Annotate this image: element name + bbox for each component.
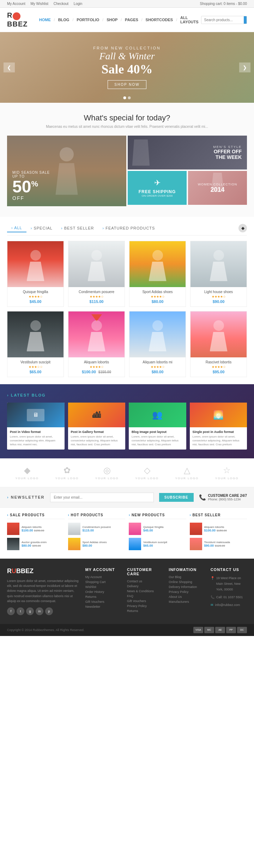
footer-link-shopping[interactable]: Online Shopping: [169, 580, 205, 584]
my-wishlist-link[interactable]: My Wishlist: [30, 2, 48, 6]
footer-link-giftvouchers[interactable]: Gift Vouchers: [127, 599, 163, 603]
checkout-link[interactable]: Checkout: [54, 2, 68, 6]
googleplus-icon[interactable]: g: [26, 607, 34, 615]
product-name-6: Aliquam lobortis: [71, 360, 122, 364]
promo-women-collection[interactable]: WOMEN COLLECTION 2014: [188, 171, 247, 205]
blog-section-title: LATEST BLOG: [7, 393, 247, 397]
nav-layouts[interactable]: ALL LAYOUTS: [178, 14, 201, 25]
footer-link-contact[interactable]: Contact us: [127, 579, 163, 583]
cart-info[interactable]: Shopping cart: 0 items - $0.00: [200, 2, 247, 6]
footer-link-myaccount[interactable]: My Account: [85, 575, 122, 579]
footer-link-care-returns[interactable]: Returns: [127, 609, 163, 613]
newsletter-email-input[interactable]: [50, 493, 154, 502]
hero-shop-now-button[interactable]: SHOP NOW: [108, 80, 146, 89]
nav-blog[interactable]: BLOG: [56, 16, 72, 23]
footer-care-col: CUSTOMER CARE Contact us Delivery News &…: [127, 567, 163, 615]
product-card-3[interactable]: Sport Adidas shoes ★★★★☆ $80.00: [129, 241, 186, 307]
product-card-5[interactable]: Vestibulum suscipit ★★★☆☆ $65.00: [7, 311, 64, 377]
nav-shortcodes[interactable]: SHORTCODES: [143, 16, 176, 23]
footer-bestseller-item-1[interactable]: Aliquam lobortis $100.00$150.00: [190, 523, 247, 535]
my-account-link[interactable]: My Account: [7, 2, 25, 6]
footer-new-item-2[interactable]: Vestibulum suscipit $65.00: [129, 538, 186, 550]
footer-sale-img-2: [7, 538, 19, 550]
hero-dot-1[interactable]: [123, 96, 126, 99]
blog-card-1[interactable]: 🖥 Post in Video format Lorem, orem ipsum…: [7, 403, 65, 450]
product-card-2[interactable]: Condimentum posuere ★★★★☆ $115.00: [68, 241, 125, 307]
footer-link-delivery[interactable]: Delivery: [127, 584, 163, 588]
footer-social: f t g in p: [7, 607, 80, 615]
logo-circle: U: [13, 12, 20, 20]
hero-dot-2[interactable]: [128, 96, 131, 99]
promo-mid-season[interactable]: MID SEASON SALEUP TO 50% OFF: [7, 136, 126, 206]
facebook-icon[interactable]: f: [7, 607, 15, 615]
blog-card-4[interactable]: 🌅 Single post in Audio format Lorem, ore…: [190, 403, 247, 450]
search-button[interactable]: 🔍: [244, 16, 247, 24]
tab-featured[interactable]: FEATURED PRODUCTS: [98, 224, 159, 232]
twitter-icon[interactable]: t: [17, 607, 24, 615]
nav-shop[interactable]: SHOP: [104, 16, 120, 23]
footer-hot-item-1[interactable]: Condimentum posuere $115.00: [68, 523, 126, 535]
partner-2[interactable]: ✿ YOUR LOGO: [55, 465, 79, 480]
pinterest-icon[interactable]: p: [45, 607, 53, 615]
blog-card-2[interactable]: 🏙 Post in Gallery format Lorem, orem ips…: [68, 403, 126, 450]
footer-link-delivery-info[interactable]: Delivery Information: [169, 585, 205, 589]
logo[interactable]: RUBBEZ: [7, 11, 37, 28]
footer-link-returns[interactable]: Returns: [85, 595, 122, 599]
product-image-3: [129, 241, 186, 287]
footer-link-faq[interactable]: FAQ: [127, 594, 163, 598]
footer-link-newsletter[interactable]: Newsletter: [85, 605, 122, 608]
newsletter-subscribe-button[interactable]: SUBSCRIBE: [159, 493, 194, 502]
partner-3[interactable]: ◎ YOUR LOGO: [95, 465, 119, 480]
nav-pages[interactable]: PAGES: [122, 16, 141, 23]
blog-content-2: Post in Gallery format Lorem, orem ipsum…: [68, 427, 126, 450]
footer-link-cart[interactable]: Shopping Cart: [85, 580, 122, 584]
footer-link-manufacturers[interactable]: Manufacturers: [169, 600, 205, 604]
footer-bestseller-item-2[interactable]: Tincidunt malesuada $90.00$120.00: [190, 538, 247, 550]
footer-link-blog[interactable]: Our Blog: [169, 575, 205, 579]
product-info-3: Sport Adidas shoes ★★★★☆ $80.00: [129, 287, 186, 307]
footer-link-orders[interactable]: Order History: [85, 590, 122, 594]
partner-4[interactable]: ◇ YOUR LOGO: [135, 465, 158, 480]
footer-link-privacy[interactable]: Privacy Policy: [127, 604, 163, 608]
linkedin-icon[interactable]: in: [36, 607, 43, 615]
product-name-7: Aliquam lobortis mi: [132, 360, 183, 364]
product-card-7[interactable]: Aliquam lobortis mi ★★★★☆ $80.00: [129, 311, 186, 377]
product-card-1[interactable]: Quisque fringilla ★★★★☆ $45.00: [7, 241, 64, 307]
nav-portfolio[interactable]: PORTFOLIO: [74, 16, 102, 23]
footer-link-privacy-info[interactable]: Privacy Policy: [169, 590, 205, 594]
footer-myaccount-title: MY ACCOUNT: [85, 567, 122, 572]
footer-sale-item-2[interactable]: Auctor gravida enim $80.00$99.00: [7, 538, 65, 550]
products-nav-icon[interactable]: ◆: [238, 224, 247, 232]
footer-sale-item-1[interactable]: Aliquam lobortis $100.00$150.00: [7, 523, 65, 535]
login-link[interactable]: Login: [74, 2, 82, 6]
hero-prev-button[interactable]: ❮: [4, 63, 15, 72]
product-card-8[interactable]: Rascivet lobortis ★★★★☆ $95.00: [190, 311, 247, 377]
footer-logo[interactable]: RUBBEZ: [7, 567, 80, 575]
nav-home[interactable]: HOME: [37, 16, 53, 23]
hero-next-button[interactable]: ❯: [239, 63, 250, 72]
footer-link-terms[interactable]: News & Conditions: [127, 589, 163, 593]
footer-link-wishlist[interactable]: Wishlist: [85, 585, 122, 589]
footer-hot-item-2[interactable]: Sport Adidas shoes $80.00: [68, 538, 126, 550]
footer-link-about[interactable]: About Us: [169, 595, 205, 599]
partner-5[interactable]: △ YOUR LOGO: [175, 465, 199, 480]
footer-link-vouchers[interactable]: Gift Vouchers: [85, 600, 122, 604]
partner-6[interactable]: ☆ YOUR LOGO: [215, 465, 238, 480]
footer-hot-img-2: [68, 538, 80, 550]
footer-new-item-1[interactable]: Quisque fringilla $45.00: [129, 523, 186, 535]
promo-mens-text: Men's Style OFFER OFFTHE WEEK: [213, 145, 242, 160]
partner-icon-6: ☆: [215, 465, 238, 475]
blog-card-3[interactable]: 👥 Blog Image post layout Lorem, orem ips…: [129, 403, 186, 450]
search-input[interactable]: [201, 17, 244, 23]
tab-best-seller[interactable]: BEST SELLER: [57, 224, 98, 232]
promo-mens-offer[interactable]: Men's Style OFFER OFFTHE WEEK: [128, 136, 247, 170]
product-card-4[interactable]: Light house shoes ★★★★☆ $90.00: [190, 241, 247, 307]
tab-special[interactable]: SPECIAL: [26, 224, 57, 232]
product-price-2: $115.00: [71, 299, 122, 304]
product-card-6[interactable]: Aliquam lobortis ★★★★☆ $100.00 $150.00: [68, 311, 125, 377]
footer-sale-info-2: Auctor gravida enim $80.00$99.00: [22, 541, 47, 547]
tab-all[interactable]: ALL: [7, 224, 26, 232]
promo-free-shipping[interactable]: ✈ FREE SHIPPING ON ORDER OVER $200: [128, 171, 187, 205]
partner-1[interactable]: ◆ YOUR LOGO: [15, 465, 38, 480]
product-price-3: $80.00: [132, 299, 183, 304]
